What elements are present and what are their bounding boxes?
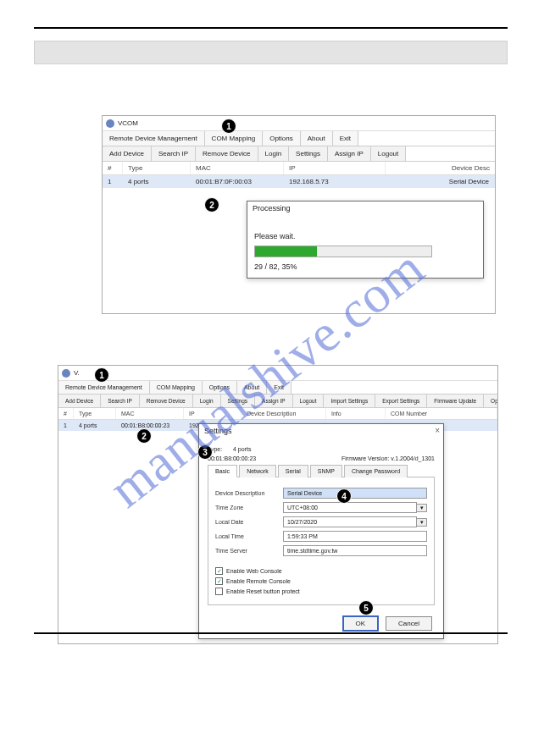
menubar[interactable]: Remote Device Management COM Mapping Opt… — [103, 131, 495, 146]
menu-about[interactable]: About — [237, 381, 267, 394]
window-title: VCOM — [118, 119, 138, 127]
menu-exit[interactable]: Exit — [333, 131, 358, 146]
menu-remote-device[interactable]: Remote Device Management — [103, 131, 205, 146]
menu-remote-device[interactable]: Remote Device Management — [58, 381, 150, 394]
time-server-label: Time Server — [215, 548, 283, 554]
callout-badge-2: 2 — [136, 428, 152, 444]
col-desc: Device Desc — [386, 162, 495, 174]
cell-type: 4 ports — [74, 420, 116, 431]
col-info: Info — [326, 408, 386, 419]
btn-import-settings[interactable]: Import Settings — [324, 395, 375, 407]
callout-badge-4: 4 — [336, 488, 352, 504]
fw-label: Firmware Version: — [341, 455, 389, 461]
cancel-button[interactable]: Cancel — [386, 616, 432, 631]
btn-logout[interactable]: Logout — [371, 146, 406, 161]
device-description-input[interactable]: Serial Device — [283, 488, 427, 499]
enable-remote-console-checkbox[interactable]: ✓Enable Remote Console — [215, 577, 427, 585]
tab-basic[interactable]: Basic — [208, 465, 237, 477]
header-placeholder-bar — [34, 41, 508, 64]
table-row[interactable]: 1 4 ports 00:01:B7:0F:00:03 192.168.5.73… — [103, 175, 495, 188]
btn-logout[interactable]: Logout — [293, 395, 325, 407]
menu-about[interactable]: About — [301, 131, 333, 146]
local-date-input[interactable]: 10/27/2020 — [283, 516, 417, 527]
tab-change-password[interactable]: Change Password — [344, 465, 408, 477]
settings-body: Device Description Serial Device 4 Time … — [208, 477, 435, 605]
ok-button[interactable]: OK — [342, 615, 380, 632]
cell-type: 4 ports — [123, 175, 191, 188]
col-type: Type — [74, 408, 116, 419]
btn-open-browser[interactable]: Open in Browser — [484, 395, 498, 407]
menu-com-mapping[interactable]: COM Mapping — [205, 131, 264, 146]
table-header: # Type MAC IP Device Description Info CO… — [58, 408, 497, 420]
btn-settings[interactable]: Settings — [221, 395, 256, 407]
callout-badge-2: 2 — [204, 197, 219, 212]
enable-web-console-checkbox[interactable]: ✓Enable Web Console — [215, 567, 427, 575]
btn-add-device[interactable]: Add Device — [58, 395, 101, 407]
screenshot-2: V. 1 Remote Device Management COM Mappin… — [58, 365, 498, 644]
tab-snmp[interactable]: SNMP — [310, 465, 342, 477]
time-zone-select[interactable]: UTC+08:00 — [283, 502, 417, 513]
toolbar: Add Device Search IP Remove Device Login… — [58, 395, 497, 408]
menu-options[interactable]: Options — [203, 381, 237, 394]
btn-assign-ip[interactable]: Assign IP — [328, 146, 371, 161]
enable-remote-console-label: Enable Remote Console — [226, 578, 291, 584]
local-date-label: Local Date — [215, 519, 283, 525]
fw-value: v.1.2004/d_1301 — [391, 455, 435, 461]
calendar-icon[interactable]: ▾ — [417, 518, 427, 527]
tab-network[interactable]: Network — [239, 465, 276, 477]
dialog-title: Settings — [199, 424, 443, 438]
toolbar: Add Device Search IP Remove Device Login… — [103, 146, 495, 162]
col-ip: IP — [284, 162, 386, 174]
cell-desc: Serial Device — [386, 175, 495, 188]
btn-remove-device[interactable]: Remove Device — [196, 146, 258, 161]
btn-assign-ip[interactable]: Assign IP — [255, 395, 292, 407]
btn-firmware-update[interactable]: Firmware Update — [427, 395, 484, 407]
tab-serial[interactable]: Serial — [278, 465, 308, 477]
processing-dialog: Processing Please wait. 29 / 82, 35% — [247, 201, 484, 279]
col-num: # — [103, 162, 123, 174]
btn-login[interactable]: Login — [193, 395, 221, 407]
col-com: COM Number — [386, 408, 497, 419]
menu-com-mapping[interactable]: COM Mapping — [150, 381, 203, 394]
mac-value: 00:01:B8:00:00:23 — [208, 455, 256, 461]
settings-dialog: Settings × Type:4 ports 00:01:B8:00:00:2… — [198, 423, 444, 639]
col-desc: Device Description — [242, 408, 326, 419]
cell-mac: 00:01:B7:0F:00:03 — [191, 175, 284, 188]
chevron-down-icon[interactable]: ▾ — [417, 504, 427, 512]
menubar[interactable]: Remote Device Management COM Mapping Opt… — [58, 381, 497, 395]
progress-fill — [255, 246, 317, 257]
local-time-label: Local Time — [215, 533, 283, 539]
cell-ip: 192.168.5.73 — [284, 175, 386, 188]
callout-badge-1: 1 — [221, 119, 236, 134]
enable-reset-protect-label: Enable Reset button protect — [226, 588, 300, 594]
btn-login[interactable]: Login — [258, 146, 290, 161]
dialog-title: Processing — [247, 201, 483, 215]
btn-export-settings[interactable]: Export Settings — [375, 395, 427, 407]
device-description-label: Device Description — [215, 490, 283, 496]
progress-bar — [254, 246, 432, 257]
btn-remove-device[interactable]: Remove Device — [140, 395, 193, 407]
menu-exit[interactable]: Exit — [267, 381, 291, 394]
type-value: 4 ports — [233, 446, 251, 452]
time-server-input[interactable]: time.stdtime.gov.tw — [283, 545, 427, 556]
btn-settings[interactable]: Settings — [289, 146, 328, 161]
close-icon[interactable]: × — [435, 426, 440, 435]
table-header: # Type MAC IP Device Desc — [103, 162, 495, 175]
window-titlebar: VCOM — [103, 116, 495, 131]
cell-mac: 00:01:B8:00:00:23 — [116, 420, 184, 431]
local-time-input[interactable]: 1:59:33 PM — [283, 531, 427, 542]
btn-add-device[interactable]: Add Device — [103, 146, 152, 161]
col-ip: IP — [184, 408, 242, 419]
btn-search-ip[interactable]: Search IP — [101, 395, 140, 407]
settings-tabs: Basic Network Serial SNMP Change Passwor… — [208, 465, 435, 477]
col-type: Type — [123, 162, 191, 174]
callout-badge-1: 1 — [94, 367, 109, 383]
enable-reset-protect-checkbox[interactable]: Enable Reset button protect — [215, 588, 427, 595]
btn-search-ip[interactable]: Search IP — [152, 146, 196, 161]
col-mac: MAC — [116, 408, 184, 419]
window-titlebar: V. — [58, 366, 497, 381]
col-mac: MAC — [191, 162, 284, 174]
menu-options[interactable]: Options — [263, 131, 301, 146]
app-icon — [106, 119, 114, 128]
time-zone-label: Time Zone — [215, 505, 283, 510]
